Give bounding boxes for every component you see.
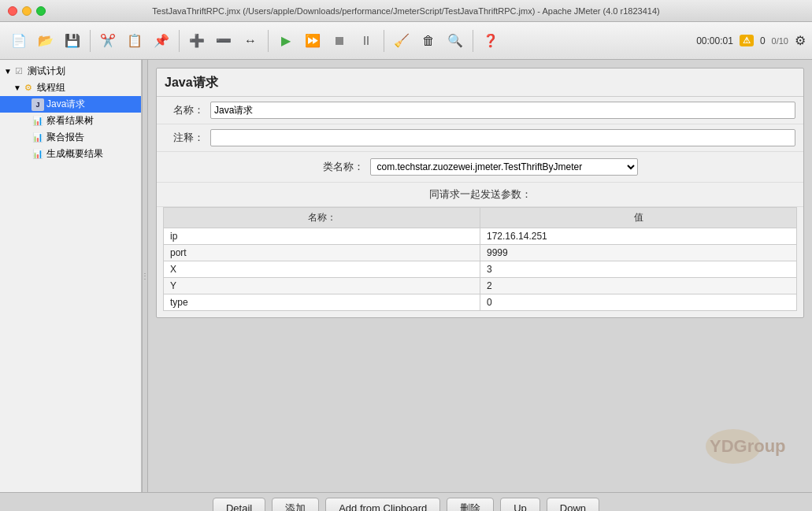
- stop-button[interactable]: ⏹: [327, 28, 352, 54]
- up-button[interactable]: Up: [500, 498, 540, 512]
- separator-2: [179, 30, 180, 52]
- tree-arrow-thread-group: ▼: [13, 83, 22, 92]
- java-request-panel: Java请求 名称： 注释： 类名称： com.techstar.zuozewe…: [156, 68, 804, 318]
- maximize-button[interactable]: [36, 6, 46, 16]
- test-plan-icon: ☑: [13, 65, 25, 78]
- table-row[interactable]: type0: [164, 294, 797, 311]
- copy-button[interactable]: 📋: [122, 28, 147, 54]
- warning-badge: ⚠: [740, 35, 754, 46]
- table-row[interactable]: X3: [164, 261, 797, 278]
- bottom-toolbar: Detail 添加 Add from Clipboard 删除 Up Down: [0, 492, 812, 511]
- help-button[interactable]: ❓: [478, 28, 503, 54]
- aggregate-report-label: 聚合报告: [46, 131, 84, 144]
- main-layout: ▼ ☑ 测试计划 ▼ ⚙ 线程组 J Java请求 📊 察看结果树 📊 聚合报告: [0, 60, 812, 492]
- detail-button[interactable]: Detail: [213, 498, 265, 512]
- elapsed-time: 00:00:01: [696, 35, 733, 46]
- java-request-label: Java请求: [46, 98, 85, 111]
- table-header-name: 名称：: [164, 208, 480, 228]
- toggle-button[interactable]: ↔: [238, 28, 263, 54]
- sidebar: ▼ ☑ 测试计划 ▼ ⚙ 线程组 J Java请求 📊 察看结果树 📊 聚合报告: [0, 60, 142, 492]
- paste-button[interactable]: 📌: [149, 28, 174, 54]
- watermark: YDGroup: [702, 419, 796, 468]
- name-row: 名称：: [157, 97, 803, 124]
- start-no-pauses-button[interactable]: ⏩: [300, 28, 325, 54]
- sidebar-item-summary-report[interactable]: 📊 生成概要结果: [0, 146, 141, 162]
- sidebar-item-thread-group[interactable]: ▼ ⚙ 线程组: [0, 80, 141, 96]
- view-results-label: 察看结果树: [46, 114, 94, 128]
- aggregate-report-icon: 📊: [32, 131, 44, 144]
- start-button[interactable]: ▶: [273, 28, 298, 54]
- minimize-button[interactable]: [22, 6, 32, 16]
- table-cell-name: port: [164, 245, 480, 261]
- cut-button[interactable]: ✂️: [95, 28, 121, 54]
- table-cell-value: 9999: [480, 245, 797, 261]
- table-cell-value: 0: [480, 294, 797, 311]
- add-from-clipboard-button[interactable]: Add from Clipboard: [325, 498, 440, 512]
- main-toolbar: 📄 📂 💾 ✂️ 📋 📌 ➕ ➖ ↔ ▶ ⏩ ⏹ ⏸ 🧹 🗑 🔍 ❓ 00:00…: [0, 22, 812, 60]
- separator-4: [384, 30, 384, 52]
- collapse-button[interactable]: ➖: [211, 28, 236, 54]
- clear-all-button[interactable]: 🗑: [416, 28, 441, 54]
- table-row[interactable]: port9999: [164, 245, 797, 261]
- svg-text:YDGroup: YDGroup: [710, 436, 786, 456]
- view-results-icon: 📊: [32, 115, 44, 128]
- svg-point-0: [706, 429, 761, 464]
- class-name-select[interactable]: com.techstar.zuozewei.jmeter.TestThriftB…: [370, 158, 638, 176]
- table-cell-name: ip: [164, 228, 480, 245]
- thread-group-label: 线程组: [37, 81, 65, 94]
- table-cell-name: type: [164, 294, 480, 311]
- comment-row: 注释：: [157, 124, 803, 152]
- separator-3: [268, 30, 269, 52]
- content-area: Java请求 名称： 注释： 类名称： com.techstar.zuozewe…: [148, 60, 812, 492]
- summary-report-label: 生成概要结果: [46, 147, 103, 161]
- java-request-icon: J: [32, 98, 44, 111]
- separator-5: [473, 30, 473, 52]
- traffic-lights: [8, 6, 46, 16]
- delete-button[interactable]: 删除: [447, 498, 494, 512]
- table-cell-name: X: [164, 261, 480, 278]
- toolbar-time-section: 00:00:01 ⚠ 0 0/10 ⚙: [696, 33, 806, 48]
- table-cell-value: 2: [480, 278, 797, 294]
- sidebar-item-java-request[interactable]: J Java请求: [0, 96, 141, 113]
- name-label: 名称：: [165, 103, 204, 117]
- panel-title: Java请求: [157, 69, 803, 97]
- settings-icon[interactable]: ⚙: [795, 33, 806, 48]
- sidebar-item-test-plan[interactable]: ▼ ☑ 测试计划: [0, 63, 141, 80]
- table-header-value: 值: [480, 208, 797, 228]
- summary-report-icon: 📊: [32, 148, 44, 161]
- table-cell-name: Y: [164, 278, 480, 294]
- add-button[interactable]: 添加: [272, 498, 319, 512]
- new-button[interactable]: 📄: [6, 28, 32, 54]
- expand-button[interactable]: ➕: [184, 28, 209, 54]
- sidebar-item-view-results[interactable]: 📊 察看结果树: [0, 113, 141, 129]
- save-button[interactable]: 💾: [60, 28, 85, 54]
- window-title: TestJavaThriftRPC.jmx (/Users/apple/Down…: [152, 6, 659, 16]
- shutdown-button[interactable]: ⏸: [354, 28, 379, 54]
- clear-button[interactable]: 🧹: [389, 28, 414, 54]
- test-plan-label: 测试计划: [28, 65, 65, 78]
- resize-handle[interactable]: ⋮: [142, 60, 148, 492]
- params-title: 同请求一起发送参数：: [157, 183, 803, 207]
- sidebar-item-aggregate-report[interactable]: 📊 聚合报告: [0, 129, 141, 146]
- table-cell-value: 172.16.14.251: [480, 228, 797, 245]
- comment-label: 注释：: [165, 131, 204, 145]
- separator-1: [90, 30, 91, 52]
- class-name-row: 类名称： com.techstar.zuozewei.jmeter.TestTh…: [157, 152, 803, 183]
- table-cell-value: 3: [480, 261, 797, 278]
- class-name-label: 类名称：: [323, 160, 364, 174]
- search-button[interactable]: 🔍: [443, 28, 468, 54]
- params-table: 名称： 值 ip172.16.14.251port9999X3Y2type0: [163, 207, 797, 311]
- tree-arrow-test-plan: ▼: [3, 67, 13, 76]
- down-button[interactable]: Down: [547, 498, 599, 512]
- table-row[interactable]: ip172.16.14.251: [164, 228, 797, 245]
- table-row[interactable]: Y2: [164, 278, 797, 294]
- title-bar: TestJavaThriftRPC.jmx (/Users/apple/Down…: [0, 0, 812, 22]
- thread-group-icon: ⚙: [22, 82, 35, 94]
- open-button[interactable]: 📂: [33, 28, 58, 54]
- comment-input[interactable]: [210, 129, 795, 146]
- error-count: 0/10: [772, 36, 788, 46]
- close-button[interactable]: [8, 6, 17, 16]
- params-table-container: 名称： 值 ip172.16.14.251port9999X3Y2type0: [157, 207, 803, 317]
- warning-count: 0: [760, 35, 766, 46]
- name-input[interactable]: [210, 102, 795, 119]
